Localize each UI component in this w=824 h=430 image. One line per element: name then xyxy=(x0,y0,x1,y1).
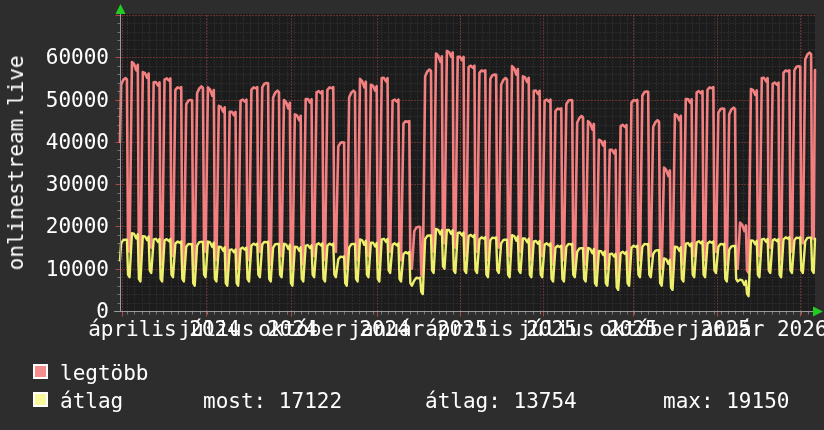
legend-label-legtobb: legtöbb xyxy=(60,361,149,385)
legend-swatch-atlag xyxy=(33,392,48,407)
x-tick-label: január 2026 xyxy=(688,319,824,340)
y-tick-label: 50000 xyxy=(34,89,109,110)
legend-label-atlag: átlag xyxy=(60,389,123,413)
stat-most: most: 17122 xyxy=(203,389,342,413)
vertical-axis-title: onlinestream.live xyxy=(4,56,28,271)
y-tick-label: 40000 xyxy=(34,131,109,152)
rrd-graph: onlinestream.live 6000050000400003000020… xyxy=(0,0,824,430)
y-tick-label: 20000 xyxy=(34,216,109,237)
stat-max: max: 19150 xyxy=(663,389,789,413)
y-tick-label: 60000 xyxy=(34,47,109,68)
stat-atlag: átlag: 13754 xyxy=(425,389,577,413)
y-tick-label: 10000 xyxy=(34,258,109,279)
legend-swatch-legtobb xyxy=(33,364,48,379)
y-tick-label: 30000 xyxy=(34,174,109,195)
